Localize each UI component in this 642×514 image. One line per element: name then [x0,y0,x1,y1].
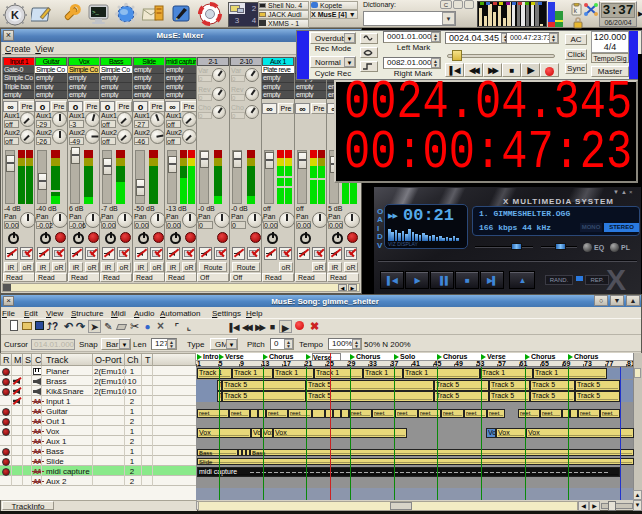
svg-text:K: K [11,9,19,21]
svg-text:k: k [574,7,578,14]
svg-text:>_: >_ [92,9,100,15]
